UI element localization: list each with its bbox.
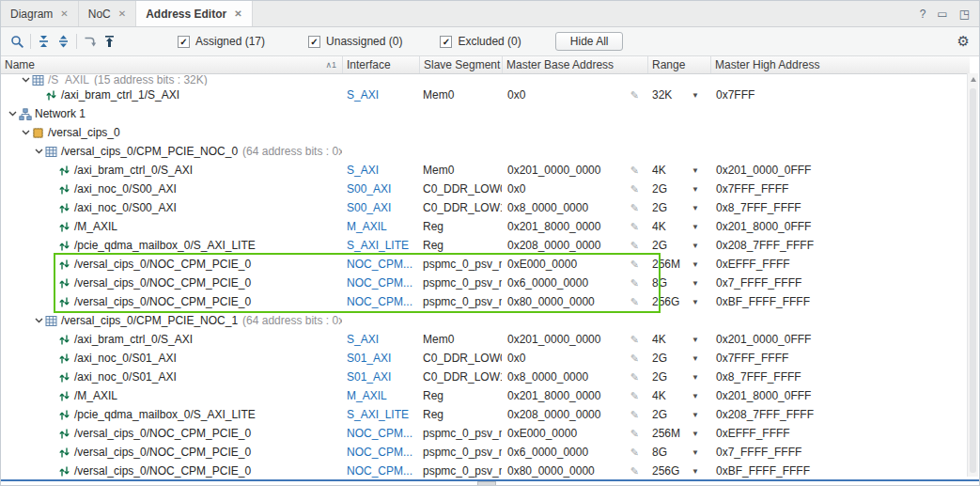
range-dropdown-caret-icon[interactable] xyxy=(692,354,699,363)
row-range-cell[interactable]: 8G xyxy=(647,274,710,292)
row-master-base[interactable]: 0x0 xyxy=(507,182,525,196)
row-range-cell[interactable] xyxy=(647,123,710,142)
collapse-all-icon[interactable] xyxy=(34,32,54,52)
expand-chevron-icon[interactable] xyxy=(33,318,44,323)
row-master-base[interactable]: 0x208_0000_0000 xyxy=(507,408,600,421)
expand-chevron-icon[interactable] xyxy=(7,111,18,117)
row-master-base[interactable]: 0x201_0000_0000 xyxy=(507,333,600,346)
row-interface[interactable]: NOC_CPM... xyxy=(342,462,419,480)
row-master-base[interactable]: 0x201_8000_0000 xyxy=(507,220,600,233)
column-header-range[interactable]: Range xyxy=(647,56,710,73)
expand-all-icon[interactable] xyxy=(54,32,73,52)
row-master-base[interactable]: 0x8_0000_0000 xyxy=(507,370,588,384)
float-icon[interactable]: ▭ xyxy=(937,8,947,21)
range-dropdown-caret-icon[interactable] xyxy=(692,336,699,344)
expand-chevron-icon[interactable] xyxy=(20,130,31,135)
table-row[interactable]: /versal_cips_0/NOC_CPM_PCIE_0 NOC_CPM...… xyxy=(1,255,970,274)
row-interface[interactable]: S00_AXI xyxy=(342,198,419,217)
row-interface[interactable]: S_AXI xyxy=(342,330,419,349)
assign-arrow-icon[interactable] xyxy=(80,32,100,52)
row-interface[interactable]: NOC_CPM... xyxy=(342,255,419,274)
column-header-slave-segment[interactable]: Slave Segment xyxy=(419,56,502,73)
row-interface[interactable]: S_AXI_LITE xyxy=(342,236,419,255)
range-dropdown-caret-icon[interactable] xyxy=(692,223,699,231)
tab-address-editor[interactable]: Address Editor xyxy=(136,1,252,26)
row-range-cell[interactable]: 2G xyxy=(647,405,710,424)
row-master-base[interactable]: 0x0 xyxy=(507,88,525,102)
table-row[interactable]: /S_AXIL (15 address bits : 32K) xyxy=(1,74,970,86)
edit-pencil-icon[interactable] xyxy=(630,428,639,440)
row-master-base[interactable]: 0xE000_0000 xyxy=(507,427,577,440)
column-header-master-base-address[interactable]: Master Base Address xyxy=(502,56,647,73)
row-interface[interactable]: M_AXIL xyxy=(342,386,419,405)
range-dropdown-caret-icon[interactable] xyxy=(692,279,699,288)
row-range-cell[interactable]: 4K xyxy=(647,161,710,180)
splitter-handle[interactable] xyxy=(477,481,496,486)
tab-noc[interactable]: NoC xyxy=(79,1,136,26)
edit-pencil-icon[interactable] xyxy=(630,334,639,346)
row-interface[interactable]: S_AXI_LITE xyxy=(342,405,419,424)
row-interface[interactable]: M_AXIL xyxy=(342,217,419,236)
row-range-cell[interactable]: 2G xyxy=(647,236,710,255)
expand-chevron-icon[interactable] xyxy=(20,77,31,83)
row-range-cell[interactable]: 256G xyxy=(647,462,710,480)
row-range-cell[interactable] xyxy=(647,104,710,123)
range-dropdown-caret-icon[interactable] xyxy=(692,298,699,306)
settings-gear-icon[interactable] xyxy=(957,33,972,50)
row-interface[interactable]: NOC_CPM... xyxy=(342,292,419,311)
table-row[interactable]: /axi_noc_0/S01_AXI S01_AXI C0_DDR_LOW1 0… xyxy=(1,368,970,386)
row-master-base[interactable]: 0x6_0000_0000 xyxy=(507,446,588,459)
scroll-up-arrow-icon[interactable] xyxy=(971,77,976,82)
table-row[interactable]: /axi_bram_ctrl_0/S_AXI S_AXI Mem0 0x201_… xyxy=(1,161,970,180)
excluded-checkbox[interactable] xyxy=(440,36,452,48)
row-master-base[interactable]: 0x208_0000_0000 xyxy=(507,239,600,252)
row-range-cell[interactable]: 256M xyxy=(647,255,710,274)
row-master-base[interactable]: 0x0 xyxy=(507,352,525,365)
edit-pencil-icon[interactable] xyxy=(630,89,639,102)
table-row[interactable]: /axi_noc_0/S01_AXI S01_AXI C0_DDR_LOW0 0… xyxy=(1,349,970,368)
table-row[interactable]: /versal_cips_0 xyxy=(1,123,970,142)
row-interface[interactable] xyxy=(342,74,419,86)
row-range-cell[interactable] xyxy=(647,74,710,86)
range-dropdown-caret-icon[interactable] xyxy=(692,204,699,212)
search-icon[interactable] xyxy=(8,32,27,52)
maximize-icon[interactable]: ◳ xyxy=(959,8,970,21)
help-icon[interactable]: ? xyxy=(920,8,926,21)
table-row[interactable]: /versal_cips_0/NOC_CPM_PCIE_0 NOC_CPM...… xyxy=(1,274,970,292)
table-row[interactable]: /versal_cips_0/NOC_CPM_PCIE_0 NOC_CPM...… xyxy=(1,292,970,311)
row-range-cell[interactable]: 2G xyxy=(647,180,710,198)
row-interface[interactable]: NOC_CPM... xyxy=(342,443,419,462)
vertical-scrollbar[interactable] xyxy=(967,73,978,477)
close-tab-icon[interactable] xyxy=(60,9,68,19)
table-row[interactable]: /axi_noc_0/S00_AXI S00_AXI C0_DDR_LOW0 0… xyxy=(1,180,970,198)
edit-pencil-icon[interactable] xyxy=(630,465,639,478)
close-tab-icon[interactable] xyxy=(118,9,126,19)
row-range-cell[interactable]: 2G xyxy=(647,198,710,217)
row-range-cell[interactable]: 2G xyxy=(647,349,710,368)
edit-pencil-icon[interactable] xyxy=(630,277,639,290)
row-master-base[interactable]: 0xE000_0000 xyxy=(507,258,577,271)
edit-pencil-icon[interactable] xyxy=(630,165,639,177)
edit-pencil-icon[interactable] xyxy=(630,409,639,421)
edit-pencil-icon[interactable] xyxy=(630,390,639,402)
row-range-cell[interactable]: 256M xyxy=(647,424,710,443)
row-range-cell[interactable]: 4K xyxy=(647,386,710,405)
hide-all-button[interactable]: Hide All xyxy=(555,32,624,51)
edit-pencil-icon[interactable] xyxy=(630,259,639,271)
range-dropdown-caret-icon[interactable] xyxy=(692,166,699,175)
table-row[interactable]: /axi_noc_0/S00_AXI S00_AXI C0_DDR_LOW1 0… xyxy=(1,198,970,217)
unassigned-checkbox[interactable] xyxy=(308,36,320,48)
table-row[interactable]: /versal_cips_0/NOC_CPM_PCIE_0 NOC_CPM...… xyxy=(1,462,970,480)
edit-pencil-icon[interactable] xyxy=(630,240,639,252)
table-row[interactable]: /versal_cips_0/NOC_CPM_PCIE_0 NOC_CPM...… xyxy=(1,443,970,462)
row-range-cell[interactable]: 2G xyxy=(647,368,710,386)
row-master-base[interactable]: 0x201_0000_0000 xyxy=(507,164,600,177)
row-range-cell[interactable]: 32K xyxy=(647,86,710,104)
row-interface[interactable]: S01_AXI xyxy=(342,368,419,386)
edit-pencil-icon[interactable] xyxy=(630,371,639,384)
edit-pencil-icon[interactable] xyxy=(630,447,639,459)
row-interface[interactable]: S00_AXI xyxy=(342,180,419,198)
range-dropdown-caret-icon[interactable] xyxy=(692,185,699,194)
range-dropdown-caret-icon[interactable] xyxy=(692,411,699,419)
row-master-base[interactable]: 0x8_0000_0000 xyxy=(507,201,588,214)
